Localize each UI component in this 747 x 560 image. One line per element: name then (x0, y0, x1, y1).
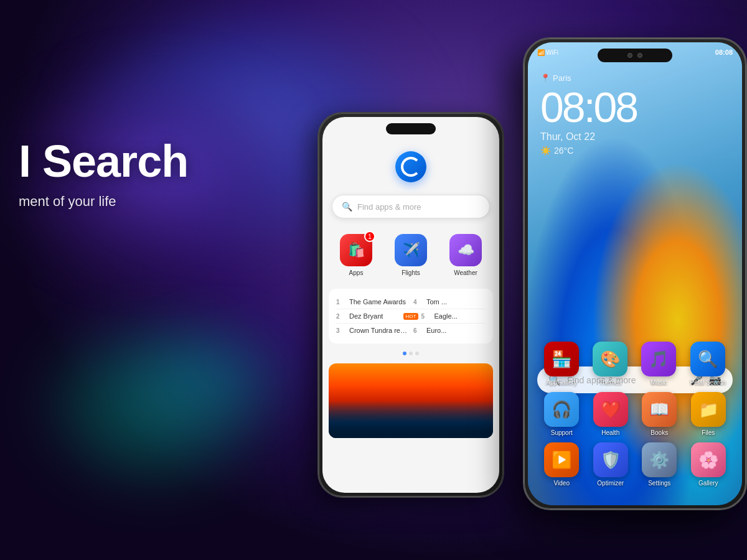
phone-left-content: 🔍 Find apps & more 🛍️ 1 Apps (322, 117, 499, 493)
files-icon: 📁 (691, 392, 726, 427)
dot-2 (409, 352, 413, 355)
themes-icon: 🎨 (593, 342, 627, 376)
gallery-icon: 🌸 (691, 442, 726, 477)
smoke-blob-4 (125, 311, 311, 436)
trending-num-3: 3 (336, 327, 346, 334)
weather-temp: 26°C (554, 146, 573, 156)
lock-screen: 📍 Paris 08:08 Thur, Oct 22 ☀️ 26°C (540, 73, 730, 156)
trending-col2-text-2: Eagle... (434, 312, 486, 320)
gallery-label: Gallery (698, 480, 718, 487)
flights-label: Flights (402, 269, 420, 276)
music-label: Music (651, 379, 667, 386)
files-label: Files (702, 429, 715, 436)
phone-right-screen: 📶 WiFi 08:08 📍 Paris 08:08 Thur, Oct 22 … (528, 42, 742, 505)
app-icon-weather[interactable]: ☁️ Weather (449, 234, 482, 276)
appgallery-icon: 🏪 (544, 342, 579, 376)
city-image (329, 363, 493, 438)
search-placeholder: Find apps & more (357, 202, 421, 212)
dock-app-petal[interactable]: 🔍 Petal Search (690, 342, 726, 386)
trending-item-2[interactable]: 2 Dez Bryant HOT 5 Eagle... (336, 309, 486, 324)
hero-title: I Search (19, 137, 188, 186)
phone-left-screen: 🔍 Find apps & more 🛍️ 1 Apps (322, 117, 499, 493)
health-icon: ❤️ (593, 392, 628, 427)
city-silhouette (329, 401, 493, 438)
dot-3 (415, 352, 419, 355)
dock-app-themes[interactable]: 🎨 Themes (593, 342, 627, 386)
settings-label: Settings (648, 480, 670, 487)
app-icon-flights[interactable]: ✈️ Flights (395, 234, 427, 276)
dock-app-support[interactable]: 🎧 Support (544, 392, 579, 436)
optimizer-label: Optimizer (597, 480, 624, 487)
trending-col2-num-1: 4 (413, 299, 423, 306)
phone-left-notch (386, 123, 436, 134)
status-bar: 📶 WiFi 08:08 (537, 49, 733, 56)
phone-left-search-bar[interactable]: 🔍 Find apps & more (332, 195, 490, 218)
dots-indicator (322, 347, 499, 360)
appgallery-label: AppGallery (546, 379, 576, 386)
apps-label: Apps (349, 269, 364, 276)
dock-app-appgallery[interactable]: 🏪 AppGallery (544, 342, 579, 386)
support-icon: 🎧 (544, 392, 579, 427)
dock-app-video[interactable]: ▶️ Video (544, 442, 579, 487)
optimizer-icon: 🛡️ (593, 442, 628, 477)
wifi-icon: WiFi (546, 49, 558, 56)
support-label: Support (551, 429, 573, 436)
trending-text-1: The Game Awards (349, 298, 408, 306)
themes-label: Themes (599, 379, 621, 386)
video-label: Video (554, 480, 570, 487)
weather-label: Weather (454, 269, 477, 276)
status-left: 📶 WiFi (537, 49, 558, 56)
trending-col2-text-1: Tom ... (426, 298, 486, 306)
dock-row-3: ▶️ Video 🛡️ Optimizer ⚙️ Settings 🌸 (537, 442, 733, 487)
petal-logo (322, 142, 499, 189)
dock-app-music[interactable]: 🎵 Music (641, 342, 676, 386)
app-icons-row: 🛍️ 1 Apps ✈️ Flights ☁️ Weather (322, 225, 499, 286)
trending-item-3[interactable]: 3 Crown Tundra rele... 6 Euro... (336, 324, 486, 337)
trending-col2-text-3: Euro... (426, 327, 486, 334)
trending-col2-num-2: 5 (421, 313, 431, 320)
lock-date: Thur, Oct 22 (540, 131, 730, 142)
phone-left: 🔍 Find apps & more 🛍️ 1 Apps (317, 112, 504, 498)
music-icon: 🎵 (641, 342, 676, 376)
trending-item-1[interactable]: 1 The Game Awards 4 Tom ... (336, 295, 486, 309)
phone-right: 📶 WiFi 08:08 📍 Paris 08:08 Thur, Oct 22 … (523, 37, 747, 510)
dock-app-files[interactable]: 📁 Files (691, 392, 726, 436)
location-icon: 📍 (540, 73, 550, 83)
lock-location: 📍 Paris (540, 73, 730, 83)
video-icon: ▶️ (544, 442, 579, 477)
signal-icon: 📶 (537, 49, 545, 56)
trending-section: 1 The Game Awards 4 Tom ... 2 Dez Bryant… (329, 289, 493, 343)
lock-weather: ☀️ 26°C (540, 146, 730, 156)
petal-label: Petal Search (690, 379, 726, 386)
dock-app-optimizer[interactable]: 🛡️ Optimizer (593, 442, 628, 487)
health-label: Health (601, 429, 619, 436)
books-label: Books (651, 429, 668, 436)
trending-col2-num-3: 6 (413, 327, 423, 334)
status-time: 08:08 (715, 49, 733, 56)
dock-app-health[interactable]: ❤️ Health (593, 392, 628, 436)
phone-dock: 🏪 AppGallery 🎨 Themes 🎵 Music 🔍 (537, 342, 733, 493)
books-icon: 📖 (642, 392, 677, 427)
app-icon-apps[interactable]: 🛍️ 1 Apps (340, 234, 372, 276)
hero-subtitle: ment of your life (19, 194, 188, 210)
weather-icon: ☁️ (449, 234, 482, 266)
dock-app-settings[interactable]: ⚙️ Settings (642, 442, 677, 487)
settings-icon: ⚙️ (642, 442, 677, 477)
dock-app-gallery[interactable]: 🌸 Gallery (691, 442, 726, 487)
petal-logo-icon (395, 151, 426, 182)
trending-text-2: Dez Bryant (349, 312, 401, 320)
search-icon: 🔍 (342, 202, 352, 212)
hot-badge: HOT (403, 313, 419, 320)
apps-badge: 1 (364, 231, 375, 242)
weather-sun-icon: ☀️ (540, 146, 551, 156)
apps-icon: 🛍️ 1 (340, 234, 372, 266)
trending-num-1: 1 (336, 299, 346, 306)
dock-row-1: 🏪 AppGallery 🎨 Themes 🎵 Music 🔍 (537, 342, 733, 386)
flights-icon: ✈️ (395, 234, 427, 266)
dot-1 (403, 352, 406, 355)
lock-time: 08:08 (540, 86, 730, 128)
trending-text-3: Crown Tundra rele... (349, 327, 408, 334)
dock-row-2: 🎧 Support ❤️ Health 📖 Books 📁 (537, 392, 733, 436)
dock-app-books[interactable]: 📖 Books (642, 392, 677, 436)
trending-num-2: 2 (336, 313, 346, 320)
